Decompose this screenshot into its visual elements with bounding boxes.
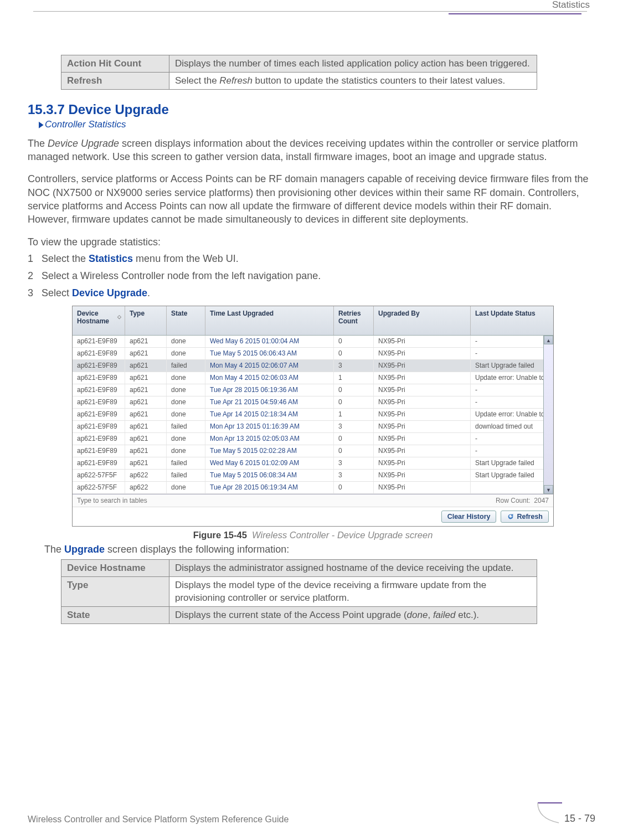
col-header-type[interactable]: Type (125, 306, 167, 335)
cell: - (471, 336, 553, 347)
cell: failed (167, 421, 205, 432)
table-row: Device Hostname Displays the administrat… (61, 560, 537, 577)
cell: NX95-Pri (374, 360, 471, 372)
cell: ap622-57F5F (73, 482, 125, 493)
paragraph: The Upgrade screen displays the followin… (44, 543, 595, 556)
table-row[interactable]: ap621-E9F89ap621failedMon Apr 13 2015 01… (73, 421, 553, 433)
cell: Start Upgrade failed (471, 457, 553, 469)
paragraph: To view the upgrade statistics: (28, 235, 595, 249)
term-cell: Action Hit Count (61, 55, 169, 73)
cell: NX95-Pri (374, 445, 471, 457)
cell: ap621 (125, 433, 167, 445)
clear-history-button[interactable]: Clear History (441, 511, 497, 523)
list-item: 3Select Device Upgrade. (28, 287, 595, 299)
cell: done (167, 445, 205, 457)
col-header-hostname[interactable]: Device Hostname◇ (73, 306, 125, 335)
cell: 0 (334, 433, 374, 445)
cell: done (167, 384, 205, 396)
col-header-last-status[interactable]: Last Update Status (471, 306, 553, 335)
desc-cell: Displays the administrator assigned host… (169, 560, 537, 577)
cell: 0 (334, 396, 374, 408)
cell: ap622 (125, 470, 167, 481)
cell: ap622 (125, 482, 167, 493)
cell: NX95-Pri (374, 457, 471, 469)
cell: - (471, 348, 553, 359)
bottom-definition-table: Device Hostname Displays the administrat… (61, 559, 537, 624)
cell: ap621 (125, 457, 167, 469)
cell: ap621-E9F89 (73, 384, 125, 396)
cell: download timed out (471, 421, 553, 432)
paragraph: Controllers, service platforms or Access… (28, 172, 595, 226)
table-row[interactable]: ap621-E9F89ap621doneMon Apr 13 2015 02:0… (73, 433, 553, 445)
table-row[interactable]: ap622-57F5Fap622failedTue May 5 2015 06:… (73, 470, 553, 482)
term-cell: Device Hostname (61, 560, 169, 577)
cell: Mon Apr 13 2015 02:05:03 AM (205, 433, 334, 445)
cell: ap621-E9F89 (73, 372, 125, 384)
refresh-button[interactable]: Refresh (501, 511, 549, 523)
term-cell: Type (61, 577, 169, 607)
page-number: 15 - 79 (543, 810, 595, 824)
table-row[interactable]: ap621-E9F89ap621doneMon May 4 2015 02:06… (73, 372, 553, 384)
cell: NX95-Pri (374, 396, 471, 408)
table-row[interactable]: ap621-E9F89ap621doneWed May 6 2015 01:00… (73, 336, 553, 348)
table-search-input[interactable] (77, 497, 188, 504)
table-row[interactable]: ap621-E9F89ap621doneTue May 5 2015 02:02… (73, 445, 553, 457)
cell: done (167, 336, 205, 347)
cell: ap621 (125, 336, 167, 347)
table-row[interactable]: ap621-E9F89ap621doneTue May 5 2015 06:06… (73, 348, 553, 360)
scroll-up-icon[interactable]: ▲ (544, 336, 553, 344)
table-row[interactable]: ap622-57F5Fap622doneTue Apr 28 2015 06:1… (73, 482, 553, 494)
table-row[interactable]: ap621-E9F89ap621doneTue Apr 21 2015 04:5… (73, 396, 553, 409)
embedded-screenshot: Device Hostname◇ Type State Time Last Up… (72, 306, 554, 540)
cell: done (167, 396, 205, 408)
cell: done (167, 372, 205, 384)
desc-cell: Displays the model type of the device re… (169, 577, 537, 607)
cell: Tue May 5 2015 06:08:34 AM (205, 470, 334, 481)
cell: Tue Apr 28 2015 06:19:36 AM (205, 384, 334, 396)
col-header-retries[interactable]: Retries Count (334, 306, 374, 335)
cell: Tue May 5 2015 06:06:43 AM (205, 348, 334, 359)
cell: Wed May 6 2015 01:00:04 AM (205, 336, 334, 347)
cell: ap621-E9F89 (73, 396, 125, 408)
desc-cell: Select the Refresh button to update the … (169, 72, 537, 89)
scroll-down-icon[interactable]: ▼ (544, 485, 553, 494)
cell: NX95-Pri (374, 384, 471, 396)
cell: ap621 (125, 421, 167, 432)
col-header-state[interactable]: State (167, 306, 205, 335)
scrollbar[interactable]: ▲ ▼ (543, 336, 553, 494)
figure-caption: Figure 15-45 Wireless Controller - Devic… (72, 530, 554, 540)
cell: failed (167, 470, 205, 481)
cell: 3 (334, 457, 374, 469)
breadcrumb[interactable]: ▸Controller Statistics (39, 118, 595, 130)
cell: NX95-Pri (374, 348, 471, 359)
cell: failed (167, 457, 205, 469)
header-accent-line (449, 13, 581, 14)
cell: NX95-Pri (374, 470, 471, 481)
table-row: State Displays the current state of the … (61, 607, 537, 624)
desc-cell: Displays the current state of the Access… (169, 607, 537, 624)
col-header-time[interactable]: Time Last Upgraded (205, 306, 334, 335)
table-row[interactable]: ap621-E9F89ap621failedWed May 6 2015 01:… (73, 457, 553, 470)
table-row: Action Hit Count Displays the number of … (61, 55, 537, 73)
cell: 1 (334, 409, 374, 420)
cell: - (471, 433, 553, 445)
table-row: Refresh Select the Refresh button to upd… (61, 72, 537, 89)
cell: ap621 (125, 396, 167, 408)
table-row[interactable]: ap621-E9F89ap621doneTue Apr 14 2015 02:1… (73, 409, 553, 421)
cell: 1 (334, 372, 374, 384)
top-definition-table: Action Hit Count Displays the number of … (61, 55, 537, 90)
cell: - (471, 445, 553, 457)
cell: failed (167, 360, 205, 372)
col-header-upgraded-by[interactable]: Upgraded By (374, 306, 471, 335)
table-row[interactable]: ap621-E9F89ap621doneTue Apr 28 2015 06:1… (73, 384, 553, 396)
cell: ap621-E9F89 (73, 445, 125, 457)
sort-icon[interactable]: ◇ (117, 314, 121, 319)
grid-header: Device Hostname◇ Type State Time Last Up… (73, 306, 553, 336)
refresh-icon (507, 513, 514, 521)
cell: ap621 (125, 360, 167, 372)
cell: ap621-E9F89 (73, 348, 125, 359)
cell: NX95-Pri (374, 409, 471, 420)
cell: ap621 (125, 372, 167, 384)
table-row[interactable]: ap621-E9F89ap621failedMon May 4 2015 02:… (73, 360, 553, 372)
cell: 0 (334, 348, 374, 359)
